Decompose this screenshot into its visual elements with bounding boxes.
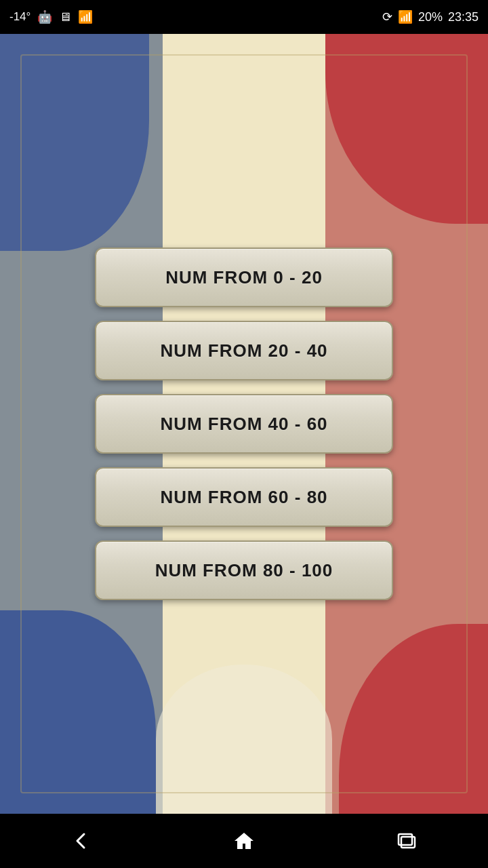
recents-icon: [394, 829, 419, 853]
back-icon: [69, 829, 94, 853]
button-80-100[interactable]: NUM FROM 80 - 100: [95, 540, 393, 600]
navigation-bar: [0, 814, 488, 868]
home-button[interactable]: [224, 821, 264, 861]
menu-buttons-container: NUM FROM 0 - 20 NUM FROM 20 - 40 NUM FRO…: [0, 34, 488, 814]
android-icon: 🤖: [37, 9, 52, 24]
status-left: -14° 🤖 🖥 📶: [9, 9, 93, 24]
signal-icon: 📶: [78, 9, 93, 24]
main-content: NUM FROM 0 - 20 NUM FROM 20 - 40 NUM FRO…: [0, 34, 488, 814]
button-0-20[interactable]: NUM FROM 0 - 20: [95, 248, 393, 307]
back-button[interactable]: [61, 821, 102, 861]
status-bar: -14° 🤖 🖥 📶 ⟳ 📶 20% 23:35: [0, 0, 488, 34]
screen-icon: 🖥: [59, 10, 71, 24]
button-0-20-label: NUM FROM 0 - 20: [165, 267, 323, 288]
rotate-icon: ⟳: [382, 9, 392, 24]
recents-button[interactable]: [386, 821, 427, 861]
status-right: ⟳ 📶 20% 23:35: [382, 9, 479, 24]
button-20-40[interactable]: NUM FROM 20 - 40: [95, 321, 393, 380]
wifi-icon: 📶: [398, 9, 413, 24]
home-icon: [232, 829, 256, 853]
temperature-display: -14°: [9, 10, 30, 24]
time-display: 23:35: [448, 10, 479, 24]
button-60-80[interactable]: NUM FROM 60 - 80: [95, 467, 393, 527]
button-40-60[interactable]: NUM FROM 40 - 60: [95, 394, 393, 454]
battery-display: 20%: [418, 10, 443, 24]
button-40-60-label: NUM FROM 40 - 60: [160, 414, 327, 435]
button-80-100-label: NUM FROM 80 - 100: [155, 560, 333, 581]
button-20-40-label: NUM FROM 20 - 40: [160, 340, 327, 361]
button-60-80-label: NUM FROM 60 - 80: [160, 487, 327, 508]
